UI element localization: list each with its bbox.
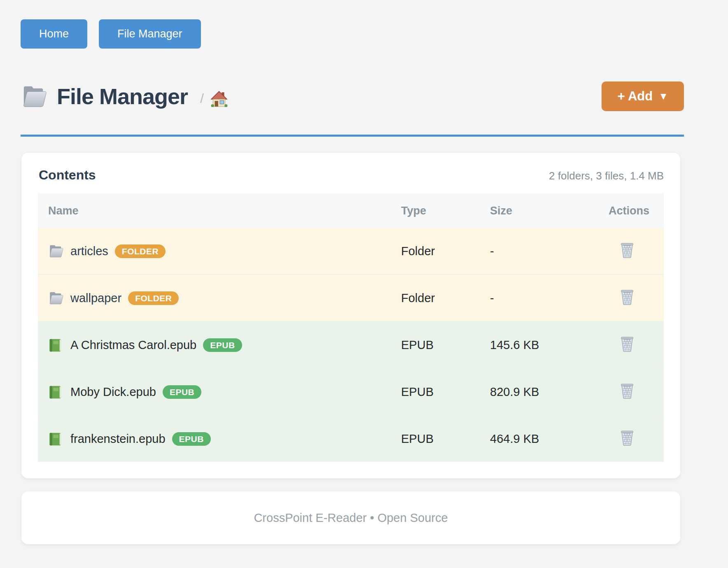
footer-card: CrossPoint E-Reader • Open Source (21, 491, 680, 544)
trash-icon[interactable] (618, 429, 636, 447)
page-title: File Manager (57, 84, 188, 109)
file-type: Folder (391, 291, 480, 305)
actions-cell (598, 429, 664, 449)
page-header: File Manager / + Add ▼ (21, 72, 684, 120)
file-size: - (480, 244, 598, 258)
book-icon (48, 338, 64, 352)
file-size: - (480, 291, 598, 305)
type-badge: EPUB (163, 385, 201, 399)
home-house-icon[interactable] (210, 91, 228, 107)
table-header-row: Name Type Size Actions (38, 193, 664, 228)
file-name[interactable]: articles (70, 244, 108, 258)
file-name-cell: articles FOLDER (38, 244, 391, 258)
table-body: articles FOLDER Folder - wallpaper FOLDE… (38, 228, 664, 462)
trash-icon[interactable] (618, 382, 636, 400)
caret-down-icon: ▼ (658, 91, 668, 102)
file-name-cell: Moby Dick.epub EPUB (38, 385, 391, 399)
column-header-name: Name (38, 205, 391, 217)
column-header-size: Size (480, 205, 598, 217)
file-size: 820.9 KB (480, 385, 598, 399)
file-name-cell: A Christmas Carol.epub EPUB (38, 338, 391, 352)
book-icon (48, 385, 64, 399)
file-name[interactable]: Moby Dick.epub (70, 385, 156, 399)
type-badge: FOLDER (115, 244, 166, 258)
file-name[interactable]: A Christmas Carol.epub (70, 338, 196, 352)
actions-cell (598, 241, 664, 261)
trash-icon[interactable] (618, 288, 636, 306)
contents-card: Contents 2 folders, 3 files, 1.4 MB Name… (21, 153, 680, 478)
folder-icon (21, 84, 48, 108)
trash-icon[interactable] (618, 335, 636, 353)
folder-icon (48, 244, 64, 258)
file-name[interactable]: wallpaper (70, 291, 121, 305)
file-name-cell: wallpaper FOLDER (38, 291, 391, 305)
table-row[interactable]: Moby Dick.epub EPUB EPUB 820.9 KB (38, 368, 664, 415)
breadcrumb: / (200, 91, 204, 106)
trash-icon[interactable] (618, 241, 636, 259)
type-badge: FOLDER (128, 291, 179, 305)
file-size: 464.9 KB (480, 432, 598, 446)
add-button[interactable]: + Add ▼ (602, 81, 684, 111)
table-row[interactable]: articles FOLDER Folder - (38, 228, 664, 274)
file-manager-page: Home File Manager File Manager / + Add ▼… (0, 0, 728, 568)
add-button-label: + Add (617, 89, 653, 104)
contents-summary: 2 folders, 3 files, 1.4 MB (549, 170, 664, 182)
book-icon (48, 432, 64, 446)
file-name-cell: frankenstein.epub EPUB (38, 432, 391, 446)
file-table: Name Type Size Actions articles FOLDER F… (38, 193, 664, 462)
file-type: EPUB (391, 338, 480, 352)
type-badge: EPUB (203, 338, 242, 352)
actions-cell (598, 382, 664, 402)
actions-cell (598, 335, 664, 355)
file-type: EPUB (391, 432, 480, 446)
file-type: Folder (391, 244, 480, 258)
home-button[interactable]: Home (21, 19, 87, 49)
footer-text: CrossPoint E-Reader • Open Source (254, 511, 448, 525)
column-header-type: Type (391, 205, 480, 217)
folder-icon (48, 291, 64, 305)
file-type: EPUB (391, 385, 480, 399)
table-row[interactable]: frankenstein.epub EPUB EPUB 464.9 KB (38, 415, 664, 462)
header-divider (21, 135, 684, 137)
file-manager-button[interactable]: File Manager (99, 19, 201, 49)
table-row[interactable]: wallpaper FOLDER Folder - (38, 274, 664, 321)
table-row[interactable]: A Christmas Carol.epub EPUB EPUB 145.6 K… (38, 321, 664, 368)
file-size: 145.6 KB (480, 338, 598, 352)
contents-heading: Contents (39, 168, 96, 183)
column-header-actions: Actions (598, 205, 664, 217)
file-name[interactable]: frankenstein.epub (70, 432, 166, 446)
actions-cell (598, 288, 664, 308)
type-badge: EPUB (172, 432, 211, 446)
contents-card-header: Contents 2 folders, 3 files, 1.4 MB (38, 153, 664, 193)
top-nav: Home File Manager (21, 19, 201, 49)
